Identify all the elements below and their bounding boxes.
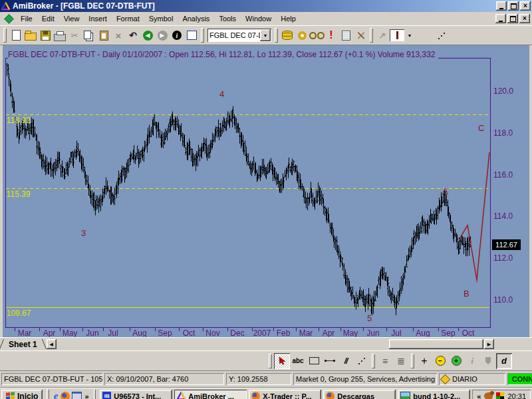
menu-view[interactable]: View xyxy=(59,13,84,24)
x-axis-label: Feb xyxy=(272,329,295,337)
quicklaunch-overflow-button[interactable]: » xyxy=(84,390,90,399)
menu-format[interactable]: Format xyxy=(112,13,144,24)
taskbar-grip[interactable] xyxy=(47,389,49,399)
open-button[interactable] xyxy=(23,28,38,43)
tray-status-icon[interactable] xyxy=(496,392,504,399)
menu-tools[interactable]: Tools xyxy=(214,13,241,24)
x-axis-label: May xyxy=(59,329,81,337)
crosshair-button[interactable]: + xyxy=(416,353,432,369)
toolbar-grip[interactable] xyxy=(411,354,414,368)
menu-file[interactable]: File xyxy=(16,13,37,24)
task-u96573[interactable]: IBU96573 - Int... xyxy=(100,390,172,399)
minimize-button[interactable] xyxy=(496,1,507,11)
task-xtrader[interactable]: X-Trader :: P... xyxy=(249,390,321,399)
toolbar-grip[interactable] xyxy=(269,354,272,368)
segment-tool-button[interactable] xyxy=(322,353,338,369)
paste-button[interactable] xyxy=(96,28,111,43)
status-market-text: Market 0, Group 255, Services, Advertisi… xyxy=(296,375,435,383)
zoom-out-button[interactable]: − xyxy=(432,353,448,369)
start-button[interactable]: Inicio xyxy=(1,390,43,399)
connection-status-badge: CONN xyxy=(507,373,532,385)
task-bund-image[interactable]: bund 1-10-2... xyxy=(398,390,470,399)
tray-dog-icon[interactable] xyxy=(484,392,493,399)
mdi-close-button[interactable]: × xyxy=(519,14,530,23)
mdi-minimize-button[interactable] xyxy=(495,14,506,23)
print-button[interactable] xyxy=(53,28,67,43)
line-style-picker[interactable] xyxy=(390,29,404,41)
menu-symbol[interactable]: Symbol xyxy=(144,13,178,24)
dotted-segment-tool-button[interactable] xyxy=(354,353,370,369)
menu-insert[interactable]: Insert xyxy=(84,13,112,24)
rectangle-tool-button[interactable] xyxy=(306,353,322,369)
daily-interval-button[interactable]: d xyxy=(496,353,512,369)
back-button[interactable]: ◀ xyxy=(140,28,155,43)
symbol-combo[interactable]: FGBL DEC 07-DTB-FUT ▼ xyxy=(207,29,271,42)
dotted-style-button[interactable] xyxy=(434,28,449,43)
windows-flag-icon xyxy=(6,392,15,399)
tools-button[interactable] xyxy=(353,28,368,43)
copy-icon xyxy=(84,31,91,39)
line-style-dropdown[interactable]: ▼ xyxy=(404,30,415,41)
price-chart-canvas[interactable] xyxy=(3,45,529,337)
wave-label: C xyxy=(478,123,484,133)
menu-window[interactable]: Window xyxy=(241,13,276,24)
x-axis-label: Apr xyxy=(317,329,340,337)
horizontal-scrollbar-thumb[interactable] xyxy=(389,339,483,349)
hlines2-tool-button[interactable]: ≣ xyxy=(393,353,409,369)
new-button[interactable] xyxy=(9,28,23,43)
quote-editor-button[interactable] xyxy=(184,28,199,43)
forward-icon: ▶ xyxy=(158,31,168,41)
toolbar-grip[interactable] xyxy=(370,28,373,43)
symbol-combo-dropdown[interactable]: ▼ xyxy=(260,29,271,41)
forward-button[interactable]: ▶ xyxy=(155,28,170,43)
menu-analysis[interactable]: Analysis xyxy=(178,13,214,24)
paint-button[interactable] xyxy=(480,353,496,369)
notes-button[interactable] xyxy=(338,28,353,43)
toolbar-grip[interactable] xyxy=(275,28,278,43)
quicklaunch-desktop-button[interactable] xyxy=(72,390,82,399)
status-interval-panel[interactable]: DIARIO xyxy=(439,373,505,385)
undo-button[interactable]: ↶ xyxy=(126,28,140,43)
text-tool-button[interactable]: abc xyxy=(290,353,306,369)
chart-pane[interactable]: FGBL DEC 07-DTB-FUT - Daily 01/10/2007 :… xyxy=(3,45,529,337)
menu-help[interactable]: Help xyxy=(276,13,301,24)
tab-sheet1[interactable]: Sheet 1 xyxy=(1,338,45,350)
taskbar-grip[interactable] xyxy=(94,389,96,399)
tab-scroll-left-button[interactable]: ◀ xyxy=(47,339,57,349)
save-button[interactable] xyxy=(38,28,53,43)
task-descargas[interactable]: Descargas xyxy=(323,390,396,399)
cut-button[interactable]: ✂ xyxy=(67,28,82,43)
copy-button[interactable] xyxy=(82,28,96,43)
wizard-button[interactable] xyxy=(295,28,309,43)
database-button[interactable] xyxy=(280,28,295,43)
restore-button[interactable] xyxy=(508,1,519,11)
task-amibroker[interactable]: AmiBroker ... xyxy=(174,390,247,399)
main-toolbar: ✂ × ↶ ◀ ▶ i FGBL DEC 07-DTB-FUT ▼ ! ↗ ▼ xyxy=(0,26,532,45)
trendline-button[interactable]: ↗ xyxy=(375,28,390,43)
amibroker-logo-icon xyxy=(1,2,10,11)
close-button[interactable]: × xyxy=(520,1,531,11)
task-label: Descargas xyxy=(337,392,374,399)
toolbar-grip[interactable] xyxy=(372,354,375,368)
scroll-right-button[interactable]: ▶ xyxy=(484,339,494,349)
zoom-in-button[interactable]: + xyxy=(448,353,464,369)
alerts-button[interactable]: ! xyxy=(324,28,338,43)
x-axis-label: Aug xyxy=(128,329,151,337)
toolbar-grip[interactable] xyxy=(3,28,7,43)
study-button[interactable]: i xyxy=(464,353,480,369)
mdi-restore-button[interactable] xyxy=(507,14,518,23)
hlines-tool-button[interactable]: ≡ xyxy=(377,353,393,369)
quicklaunch-ie-button[interactable]: e xyxy=(53,390,59,399)
delete-button[interactable]: × xyxy=(111,28,126,43)
menu-edit[interactable]: Edit xyxy=(37,13,59,24)
x-axis-label: Oct xyxy=(457,329,479,337)
info-button[interactable]: i xyxy=(170,28,184,43)
parallel-lines-tool-button[interactable]: // xyxy=(338,353,354,369)
select-tool-button[interactable] xyxy=(274,353,290,369)
tray-collapse-button[interactable]: « xyxy=(477,392,481,399)
view-button[interactable] xyxy=(309,28,324,43)
toolbar-grip[interactable] xyxy=(201,28,204,43)
wave-label: B xyxy=(464,289,469,299)
quicklaunch-firefox-button[interactable] xyxy=(61,390,70,399)
document-icon[interactable] xyxy=(4,14,14,24)
